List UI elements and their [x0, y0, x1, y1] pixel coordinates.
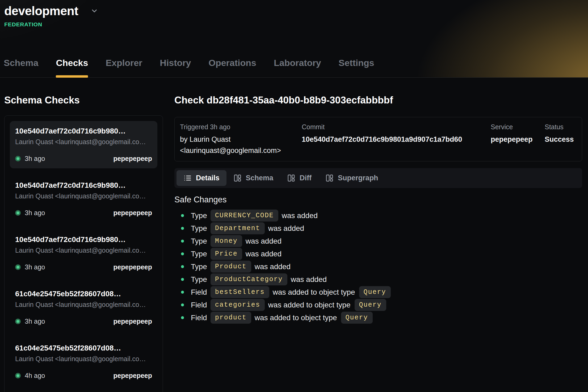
check-commit-title: 10e540d7aef72c0d716c9b980…	[15, 235, 152, 244]
summary-status: Status Success	[545, 123, 577, 156]
check-meta: 3h ago pepepepeep	[15, 318, 152, 325]
detail-tabs: Details Schema Diff Supergraph	[174, 168, 582, 188]
nav-tab-explorer[interactable]: Explorer	[106, 58, 142, 78]
check-service: pepepepeep	[113, 318, 152, 325]
check-service: pepepepeep	[113, 209, 152, 217]
bullet-dot-icon	[181, 291, 184, 294]
bullet-dot-icon	[181, 252, 184, 255]
columns-icon	[325, 174, 334, 182]
success-dot-icon	[15, 319, 21, 324]
triggered-by-email: <laurinquast@googlemail.com>	[180, 145, 302, 156]
triggered-by-name: by Laurin Quast	[180, 134, 302, 145]
change-row: Type CURRENCY_CODE was added	[174, 209, 582, 222]
change-code-chip: bestSellers	[211, 286, 269, 298]
org-switcher-button[interactable]	[89, 5, 100, 16]
change-kind: Type	[191, 262, 207, 271]
change-code-chip: product	[211, 312, 251, 324]
check-commit-title: 10e540d7aef72c0d716c9b980…	[15, 181, 152, 190]
status-value: Success	[545, 134, 577, 145]
success-dot-icon	[15, 373, 21, 378]
schema-check-item[interactable]: 61c04e25475eb52f28607d08… Laurin Quast <…	[10, 338, 157, 385]
change-code-chip: Money	[211, 235, 242, 247]
change-description: was added	[246, 250, 282, 258]
nav-tab-settings[interactable]: Settings	[339, 58, 374, 78]
check-author: Laurin Quast <laurinquast@googlemail.co…	[15, 247, 152, 254]
nav-tab-history[interactable]: History	[160, 58, 191, 78]
change-description: was added to object type	[255, 314, 337, 322]
check-commit-title: 61c04e25475eb52f28607d08…	[15, 290, 152, 298]
change-description: was added to object type	[268, 301, 351, 309]
safe-changes-list: Type CURRENCY_CODE was added Type Depart…	[174, 209, 582, 324]
change-row: Type Product was added	[174, 260, 582, 273]
change-kind: Field	[191, 288, 207, 297]
detail-tab-diff[interactable]: Diff	[280, 170, 318, 186]
nav-tab-schema[interactable]: Schema	[4, 58, 38, 78]
change-description: was added	[291, 275, 327, 284]
change-code-chip: categories	[211, 299, 265, 311]
check-commit-title: 10e540d7aef72c0d716c9b980…	[15, 127, 152, 135]
commit-hash: 10e540d7aef72c0d716c9b9801a9d907c1a7bd60	[302, 134, 491, 145]
detail-tab-details[interactable]: Details	[177, 170, 226, 186]
chevron-down-icon	[90, 7, 98, 15]
org-name: development	[4, 4, 78, 18]
triggered-label: Triggered 3h ago	[180, 123, 302, 131]
change-kind: Type	[191, 237, 207, 245]
page-title: Check db28f481-35aa-40b0-b8b9-303ecfabbb…	[174, 95, 582, 106]
schema-checks-list[interactable]: 10e540d7aef72c0d716c9b980… Laurin Quast …	[4, 115, 163, 392]
summary-triggered: Triggered 3h ago by Laurin Quast <laurin…	[180, 123, 302, 156]
bullet-dot-icon	[181, 214, 184, 217]
check-time: 4h ago	[15, 372, 45, 380]
schema-check-item[interactable]: 61c04e25475eb52f28607d08… Laurin Quast <…	[10, 284, 157, 331]
bullet-dot-icon	[181, 240, 184, 243]
change-description: was added	[255, 262, 291, 271]
check-author: Laurin Quast <laurinquast@googlemail.co…	[15, 301, 152, 308]
change-target-chip: Query	[359, 286, 391, 298]
detail-tab-schema[interactable]: Schema	[226, 170, 280, 186]
change-target-chip: Query	[341, 312, 373, 324]
columns-icon	[233, 174, 242, 182]
check-service: pepepepeep	[113, 372, 152, 380]
check-service: pepepepeep	[113, 155, 152, 162]
check-commit-title: 61c04e25475eb52f28607d08…	[15, 344, 152, 352]
check-meta: 3h ago pepepepeep	[15, 263, 152, 271]
nav-tab-checks[interactable]: Checks	[56, 58, 88, 78]
check-meta: 4h ago pepepepeep	[15, 372, 152, 380]
change-kind: Type	[191, 211, 207, 220]
change-code-chip: Department	[211, 222, 265, 234]
change-description: was added	[268, 224, 304, 233]
detail-tab-supergraph[interactable]: Supergraph	[318, 170, 385, 186]
change-row: Field product was added to object type Q…	[174, 311, 582, 324]
page: development FEDERATION SchemaChecksExplo…	[0, 0, 588, 392]
nav-tab-laboratory[interactable]: Laboratory	[274, 58, 321, 78]
change-row: Type Department was added	[174, 222, 582, 235]
sidebar: Schema Checks 10e540d7aef72c0d716c9b980……	[4, 78, 163, 392]
change-row: Type ProductCategory was added	[174, 273, 582, 286]
change-kind: Field	[191, 301, 207, 309]
check-author: Laurin Quast <laurinquast@googlemail.co…	[15, 138, 152, 146]
list-icon	[183, 174, 192, 182]
project-type-badge: FEDERATION	[4, 21, 588, 28]
schema-check-item[interactable]: 10e540d7aef72c0d716c9b980… Laurin Quast …	[10, 121, 157, 168]
bullet-dot-icon	[181, 227, 184, 230]
success-dot-icon	[15, 156, 21, 161]
change-target-chip: Query	[355, 299, 386, 311]
change-description: was added	[246, 237, 282, 245]
schema-check-item[interactable]: 10e540d7aef72c0d716c9b980… Laurin Quast …	[10, 175, 157, 223]
change-code-chip: Product	[211, 261, 251, 273]
triggered-by: by Laurin Quast <laurinquast@googlemail.…	[180, 134, 302, 156]
nav-tab-operations[interactable]: Operations	[208, 58, 256, 78]
change-description: was added	[282, 211, 318, 220]
change-description: was added to object type	[273, 288, 355, 297]
commit-label: Commit	[302, 123, 491, 131]
success-dot-icon	[15, 210, 21, 216]
change-kind: Field	[191, 314, 207, 322]
change-row: Field categories was added to object typ…	[174, 299, 582, 311]
section-title: Safe Changes	[174, 195, 582, 205]
check-time: 3h ago	[15, 263, 45, 271]
check-time: 3h ago	[15, 155, 45, 162]
success-dot-icon	[15, 264, 21, 270]
check-time: 3h ago	[15, 318, 45, 325]
summary-commit: Commit 10e540d7aef72c0d716c9b9801a9d907c…	[302, 123, 491, 156]
org-row: development	[0, 0, 588, 18]
schema-check-item[interactable]: 10e540d7aef72c0d716c9b980… Laurin Quast …	[10, 230, 157, 277]
